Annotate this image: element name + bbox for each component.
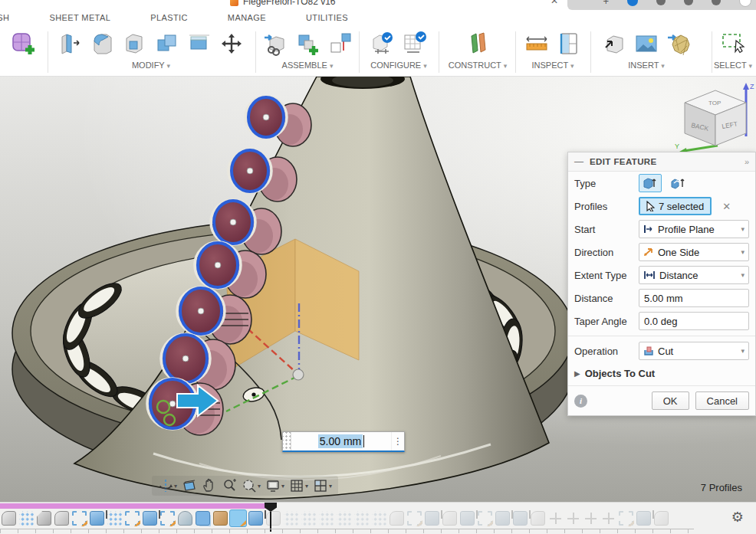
new-tab-icon[interactable]: + bbox=[603, 0, 609, 7]
timeline-feature-combine[interactable] bbox=[196, 511, 210, 526]
zoom-button[interactable] bbox=[220, 477, 238, 494]
select-button[interactable] bbox=[718, 29, 748, 58]
viewports-button[interactable]: ▾ bbox=[311, 477, 334, 494]
assemble-menu[interactable]: ASSEMBLE ▾ bbox=[259, 61, 356, 70]
timeline-feature-extrude[interactable] bbox=[425, 511, 439, 526]
modify-menu[interactable]: MODIFY ▾ bbox=[51, 61, 251, 70]
look-at-button[interactable] bbox=[180, 477, 199, 494]
timeline-feature-pattern[interactable] bbox=[354, 511, 369, 526]
timeline-feature-extrude[interactable] bbox=[636, 511, 651, 526]
direction-dropdown[interactable]: One Side ▾ bbox=[639, 243, 749, 261]
timeline-feature-pattern[interactable] bbox=[301, 511, 316, 526]
insert-component-button[interactable] bbox=[261, 29, 290, 58]
timeline-feature-fillet[interactable] bbox=[390, 511, 404, 526]
timeline-feature-sketch[interactable] bbox=[478, 511, 492, 526]
tab-manage[interactable]: MANAGE bbox=[208, 13, 286, 22]
timeline-feature-extrude[interactable] bbox=[460, 511, 475, 526]
pan-button[interactable] bbox=[200, 477, 219, 494]
objects-to-cut-expander[interactable]: ▶ Objects To Cut bbox=[568, 362, 755, 384]
insert-image-button[interactable] bbox=[632, 29, 661, 58]
dialog-header[interactable]: — EDIT FEATURE » bbox=[568, 152, 755, 172]
timeline-feature-sketch[interactable] bbox=[160, 511, 175, 526]
distance-manipulator-input[interactable]: 5.00 mm ⋮ bbox=[282, 431, 405, 452]
shell-button[interactable] bbox=[120, 29, 150, 58]
manipulator-value[interactable]: 5.00 mm bbox=[318, 434, 363, 448]
timeline-feature-sketch[interactable] bbox=[619, 511, 633, 526]
joint-origin-button[interactable] bbox=[325, 29, 354, 58]
notification-icon[interactable] bbox=[656, 0, 666, 5]
view-cube[interactable]: Z Y TOP BACK LEFT bbox=[673, 75, 756, 152]
insert-derive-button[interactable] bbox=[600, 29, 629, 58]
split-body-button[interactable] bbox=[185, 29, 214, 58]
timeline-feature-fillet[interactable] bbox=[654, 511, 669, 526]
timeline-feature-move[interactable] bbox=[601, 511, 616, 526]
construct-menu[interactable]: CONSTRUCT ▾ bbox=[443, 61, 512, 70]
help-icon[interactable] bbox=[712, 0, 721, 5]
timeline-feature-pattern[interactable] bbox=[107, 511, 122, 526]
extrude-type-thin-button[interactable] bbox=[666, 174, 689, 192]
tab-plastic[interactable]: PLASTIC bbox=[130, 13, 208, 22]
profiles-selection-chip[interactable]: 7 selected bbox=[639, 197, 712, 215]
display-settings-button[interactable]: ▾ bbox=[264, 477, 286, 494]
insert-menu[interactable]: INSERT ▾ bbox=[595, 61, 698, 70]
timeline-feature-fillet[interactable] bbox=[2, 511, 16, 526]
orbit-button[interactable]: ▾ bbox=[156, 477, 179, 494]
extent-type-dropdown[interactable]: Distance ▾ bbox=[639, 266, 749, 284]
timeline-feature-sweep[interactable] bbox=[178, 511, 192, 526]
move-copy-button[interactable] bbox=[217, 29, 246, 58]
timeline-feature-sketch[interactable] bbox=[125, 511, 140, 526]
tab-sheet-metal[interactable]: SHEET METAL bbox=[29, 13, 130, 22]
section-analysis-button[interactable] bbox=[554, 29, 583, 58]
timeline-feature-move[interactable] bbox=[566, 511, 580, 526]
configure-table-button[interactable] bbox=[400, 29, 429, 58]
collapse-dialog-icon[interactable]: — bbox=[574, 156, 583, 167]
close-tab-icon[interactable]: ✕ bbox=[551, 0, 558, 6]
grid-settings-button[interactable]: ▾ bbox=[288, 477, 310, 494]
tab-utilities[interactable]: UTILITIES bbox=[286, 13, 368, 22]
timeline-feature-extrude[interactable] bbox=[90, 511, 104, 526]
timeline-feature-pattern[interactable] bbox=[372, 511, 386, 526]
info-icon[interactable]: i bbox=[574, 395, 587, 408]
timeline-feature-extrude[interactable] bbox=[495, 511, 510, 526]
window-zoom-button[interactable]: ▾ bbox=[240, 477, 262, 494]
insert-mesh-button[interactable] bbox=[664, 29, 693, 58]
timeline-feature-sketch[interactable] bbox=[407, 511, 422, 526]
measure-button[interactable] bbox=[522, 29, 551, 58]
timeline-playhead[interactable] bbox=[265, 503, 277, 532]
cancel-button[interactable]: Cancel bbox=[695, 391, 749, 410]
operation-dropdown[interactable]: Cut ▾ bbox=[639, 342, 749, 360]
timeline-feature-fillet[interactable] bbox=[54, 511, 69, 526]
timeline-feature-sketch[interactable] bbox=[72, 511, 87, 526]
timeline-feature-sketch[interactable] bbox=[231, 511, 245, 526]
timeline-feature-extrude[interactable] bbox=[143, 511, 157, 526]
timeline-feature-pattern[interactable] bbox=[337, 511, 351, 526]
taper-angle-input[interactable]: 0.0 deg bbox=[639, 312, 749, 330]
timeline-feature-extrude[interactable] bbox=[513, 511, 528, 526]
select-menu[interactable]: SELECT ▾ bbox=[710, 61, 756, 70]
avatar[interactable] bbox=[739, 0, 751, 7]
configure-menu[interactable]: CONFIGURE ▾ bbox=[363, 61, 434, 70]
job-status-icon[interactable] bbox=[627, 0, 638, 6]
timeline-feature-pattern[interactable] bbox=[19, 511, 34, 526]
inspect-menu[interactable]: INSPECT ▾ bbox=[518, 61, 587, 70]
dialog-overflow-icon[interactable]: » bbox=[744, 157, 749, 166]
fillet-button[interactable] bbox=[88, 29, 117, 58]
timeline-feature-fillet[interactable] bbox=[531, 511, 545, 526]
tab-mesh[interactable]: MESH bbox=[0, 13, 29, 22]
construct-plane-button[interactable] bbox=[463, 29, 492, 58]
timeline-settings-gear-icon[interactable]: ⚙ bbox=[731, 509, 744, 525]
timeline-feature-move[interactable] bbox=[583, 511, 598, 526]
timeline-feature-move[interactable] bbox=[548, 511, 563, 526]
manipulator-drag-handle[interactable] bbox=[283, 432, 291, 450]
timeline-feature-fillet[interactable] bbox=[442, 511, 457, 526]
new-component-button[interactable] bbox=[293, 29, 322, 58]
timeline-ruler[interactable] bbox=[0, 529, 694, 533]
manipulator-menu-icon[interactable]: ⋮ bbox=[391, 432, 404, 450]
distance-input[interactable]: 5.00 mm bbox=[639, 289, 749, 307]
timeline-feature-chamfer[interactable] bbox=[37, 511, 51, 526]
timeline-feature-extrude[interactable] bbox=[248, 511, 263, 526]
start-dropdown[interactable]: Profile Plane ▾ bbox=[639, 220, 749, 238]
document-tab[interactable]: FlegeFrelon-TO82 v16 bbox=[230, 0, 336, 9]
timeline-feature-split[interactable] bbox=[213, 511, 228, 526]
configure-button[interactable] bbox=[368, 29, 397, 58]
